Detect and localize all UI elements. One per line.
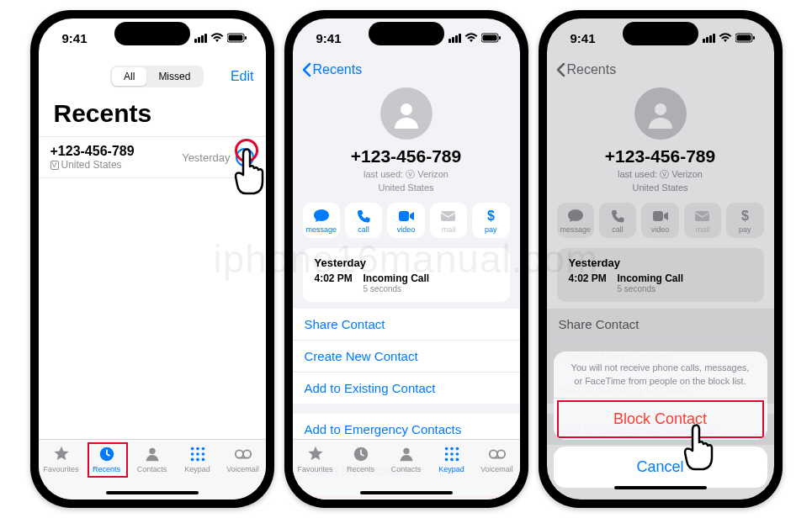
pay-button[interactable]: $pay (472, 203, 509, 238)
pay-button: $pay (726, 203, 763, 238)
svg-point-11 (190, 458, 194, 462)
mail-icon (686, 209, 719, 224)
home-indicator[interactable] (106, 491, 199, 494)
call-button[interactable]: call (345, 203, 382, 238)
tab-favourites[interactable]: Favourites (294, 445, 337, 473)
message-button[interactable]: message (303, 203, 340, 238)
svg-rect-1 (228, 34, 242, 40)
cellular-icon (448, 34, 461, 43)
tab-voicemail[interactable]: Voicemail (475, 445, 519, 473)
svg-rect-41 (653, 211, 663, 221)
share-contact-button[interactable]: Share Contact (293, 309, 520, 341)
phone-icon (601, 209, 634, 224)
home-indicator[interactable] (360, 491, 453, 494)
edit-button[interactable]: Edit (231, 69, 254, 84)
svg-rect-42 (695, 211, 709, 221)
battery-icon (735, 31, 756, 45)
svg-rect-2 (245, 36, 247, 40)
svg-point-32 (450, 458, 454, 462)
segment-missed[interactable]: Missed (146, 67, 202, 86)
cellular-icon (194, 34, 207, 43)
svg-point-10 (201, 452, 204, 456)
message-icon (559, 209, 592, 224)
svg-point-33 (455, 458, 459, 462)
message-icon (305, 209, 338, 224)
svg-point-6 (196, 447, 199, 451)
svg-rect-21 (399, 211, 409, 221)
tab-bar: Favourites Recents Contacts Keypad Voice… (39, 439, 266, 500)
svg-point-29 (450, 452, 454, 456)
svg-point-31 (444, 458, 448, 462)
mail-button: mail (684, 203, 721, 238)
svg-point-9 (196, 452, 199, 456)
status-time: 9:41 (316, 31, 342, 45)
video-icon (389, 209, 422, 224)
call-time: Yesterday (182, 151, 230, 164)
segment-all[interactable]: All (112, 67, 146, 86)
share-contact-button: Share Contact (547, 309, 774, 341)
svg-point-35 (497, 450, 505, 457)
sheet-message: You will not receive phone calls, messag… (554, 352, 767, 399)
svg-point-12 (196, 458, 199, 462)
svg-point-5 (190, 447, 194, 451)
add-existing-contact-button[interactable]: Add to Existing Contact (293, 373, 520, 404)
svg-point-28 (444, 452, 448, 456)
create-contact-button[interactable]: Create New Contact (293, 341, 520, 373)
wifi-icon (719, 31, 732, 45)
svg-point-13 (201, 458, 204, 462)
phone-frame-3: 9:41 Recents +123-456-789 last used: ⓥ V… (539, 10, 783, 508)
svg-point-27 (455, 447, 459, 451)
tab-keypad[interactable]: Keypad (430, 445, 474, 473)
battery-icon (481, 31, 502, 45)
contact-avatar (380, 87, 433, 140)
dynamic-island (623, 22, 698, 45)
dynamic-island (369, 22, 444, 45)
tab-contacts[interactable]: Contacts (130, 445, 174, 473)
wifi-icon (210, 31, 224, 45)
contact-avatar (634, 87, 687, 140)
mail-icon (432, 209, 465, 224)
phone-frame-2: 9:41 Recents +123-456-789 last used: ⓥ V… (284, 10, 528, 508)
battery-icon (227, 31, 247, 45)
tab-favourites[interactable]: Favourites (40, 445, 83, 473)
video-button[interactable]: video (387, 203, 424, 238)
contact-name: +123-456-789 (547, 146, 774, 166)
action-sheet: You will not receive phone calls, messag… (554, 352, 767, 440)
info-button[interactable]: i (236, 148, 254, 166)
svg-point-14 (235, 450, 242, 457)
contact-meta-country: United States (293, 182, 520, 193)
tab-keypad[interactable]: Keypad (176, 445, 220, 473)
svg-rect-18 (482, 34, 496, 40)
back-button[interactable]: Recents (301, 62, 363, 77)
tab-recents[interactable]: Recents (85, 445, 129, 473)
recents-filter-segment[interactable]: All Missed (110, 66, 204, 87)
svg-point-34 (489, 450, 496, 457)
svg-point-24 (403, 448, 409, 454)
back-button[interactable]: Recents (555, 62, 617, 77)
wifi-icon (464, 31, 478, 45)
svg-rect-22 (441, 211, 455, 221)
block-contact-button[interactable]: Block Contact (554, 399, 767, 440)
video-button: video (641, 203, 678, 238)
cancel-button[interactable]: Cancel (554, 447, 767, 488)
tab-voicemail[interactable]: Voicemail (221, 445, 265, 473)
svg-point-40 (655, 103, 666, 115)
pay-icon: $ (728, 209, 762, 224)
svg-point-4 (149, 448, 155, 454)
phone-icon (347, 209, 380, 224)
svg-point-30 (455, 452, 459, 456)
svg-point-20 (401, 103, 412, 115)
call-button: call (599, 203, 636, 238)
tab-contacts[interactable]: Contacts (385, 445, 428, 473)
message-button: message (557, 203, 594, 238)
pay-icon: $ (474, 209, 507, 224)
home-indicator[interactable] (614, 486, 707, 489)
contact-meta-carrier: last used: ⓥ Verizon (293, 168, 520, 181)
recent-call-row[interactable]: +123-456-789 VUnited States Yesterday i (39, 136, 266, 178)
svg-rect-38 (736, 34, 751, 40)
phone-frame-1: 9:41 All Missed Edit Recents +123-456-78… (30, 10, 274, 508)
status-time: 9:41 (571, 31, 596, 45)
tab-recents[interactable]: Recents (339, 445, 383, 473)
svg-point-15 (243, 450, 251, 457)
mail-button: mail (430, 203, 467, 238)
